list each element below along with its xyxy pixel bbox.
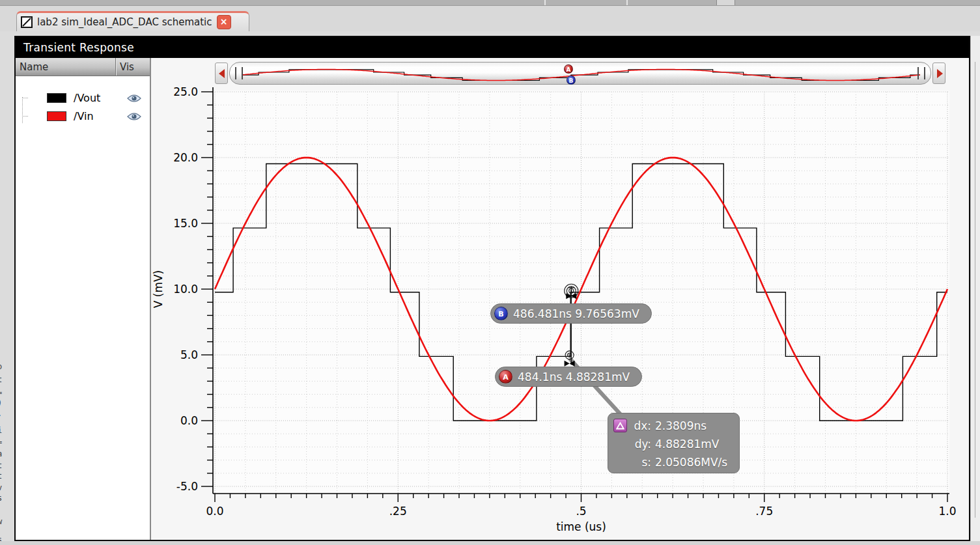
vin-color-swatch — [47, 111, 66, 121]
delta-dy-label: dy: — [632, 435, 651, 453]
signal-name: /Vout — [74, 92, 100, 104]
overview-waveform — [230, 63, 931, 84]
marker-b-value: 486.481ns 9.76563mV — [513, 307, 639, 320]
delta-dy-row: dy: 4.88281mV — [632, 435, 733, 453]
background-text-fragment: v — [0, 483, 2, 492]
background-text-fragment: o — [0, 362, 2, 371]
delta-slope-row: s: 2.05086MV/s — [632, 453, 733, 471]
vis-column-header: Vis — [116, 61, 150, 73]
signal-name: /Vin — [74, 110, 94, 122]
signal-panel: Name Vis /Vout — [16, 58, 151, 540]
overview-scroll-left-button[interactable] — [215, 63, 228, 84]
overview-scrollbar[interactable] — [229, 62, 931, 85]
window-content: Name Vis /Vout — [16, 58, 969, 540]
signal-row-vin[interactable]: /Vin — [16, 110, 150, 122]
delta-icon — [613, 419, 627, 432]
tree-stub — [22, 98, 28, 98]
plot-canvas[interactable]: 25.020.015.010.05.00.0-5.00.0.25.5.751.0… — [151, 58, 969, 540]
background-text-fragment: t — [0, 375, 2, 384]
toolbar-separator — [626, 0, 628, 5]
svg-text:15.0: 15.0 — [173, 217, 198, 230]
background-text-fragment: t — [0, 461, 2, 470]
marker-a-value: 484.1ns 4.88281mV — [518, 370, 630, 384]
delta-slope-value: 2.05086MV/s — [655, 453, 727, 471]
toolbar-tab-edge — [716, 0, 735, 5]
toolbar-separator — [544, 0, 546, 5]
delta-dx-label: dx: — [632, 417, 651, 435]
tab-close-button[interactable]: × — [217, 15, 231, 29]
svg-text:.25: .25 — [389, 505, 407, 518]
background-text-fragment: s — [0, 494, 2, 503]
svg-text:0.0: 0.0 — [206, 505, 223, 518]
svg-text:.75: .75 — [755, 505, 773, 518]
svg-text:time (us): time (us) — [556, 520, 606, 533]
delta-dy-value: 4.88281mV — [655, 435, 720, 453]
background-text-fragment: = — [0, 388, 2, 397]
svg-text:0.0: 0.0 — [180, 414, 198, 427]
vout-color-swatch — [47, 93, 66, 103]
tab-label: lab2 sim_Ideal_ADC_DAC schematic — [37, 16, 212, 28]
overview-handle-left[interactable] — [235, 67, 243, 79]
svg-text:20.0: 20.0 — [173, 151, 198, 164]
background-window-text: ot=).i=attvsws — [0, 352, 7, 545]
signal-row-vout[interactable]: /Vout — [16, 92, 150, 104]
background-text-fragment: a — [0, 449, 2, 458]
delta-tooltip[interactable]: dx: 2.3809ns dy: 4.88281mV s: 2.05086MV/… — [608, 413, 740, 473]
visibility-eye-icon[interactable] — [127, 111, 141, 120]
background-text-fragment: = — [0, 438, 2, 447]
visibility-eye-icon[interactable] — [127, 93, 141, 102]
background-text-fragment: i — [0, 426, 2, 435]
svg-text:V (mV): V (mV) — [152, 270, 165, 309]
screen: lab2 sim_Ideal_ADC_DAC schematic × Trans… — [0, 0, 980, 545]
overview-handle-right[interactable] — [917, 67, 925, 79]
svg-text:10.0: 10.0 — [173, 283, 198, 296]
marker-a-badge[interactable]: A — [564, 64, 573, 74]
overview-scroll-right-button[interactable] — [932, 63, 945, 84]
svg-text:5.0: 5.0 — [180, 348, 198, 361]
marker-b-badge[interactable]: B — [567, 76, 576, 85]
name-column-header: Name — [16, 61, 115, 73]
delta-dx-value: 2.3809ns — [655, 417, 707, 435]
signal-panel-header: Name Vis — [16, 58, 150, 76]
left-arrow-icon — [219, 69, 225, 78]
tab-sim-ideal-adc-dac[interactable]: lab2 sim_Ideal_ADC_DAC schematic × — [16, 11, 249, 31]
marker-a-icon: A — [499, 370, 512, 384]
delta-slope-label: s: — [632, 453, 651, 471]
background-window-bottom — [0, 541, 980, 545]
tree-stub — [22, 116, 28, 117]
window-title: Transient Response — [16, 37, 969, 58]
background-window-edge — [970, 36, 980, 541]
waveform-window: Transient Response Name Vis /Vout — [14, 36, 970, 541]
svg-text:-5.0: -5.0 — [176, 480, 198, 493]
toolbar-strip — [0, 0, 980, 6]
tab-bar: lab2 sim_Ideal_ADC_DAC schematic × — [0, 6, 980, 31]
marker-b-icon: B — [494, 307, 508, 320]
background-text-fragment: ) — [0, 398, 2, 408]
svg-text:1.0: 1.0 — [938, 505, 956, 518]
right-arrow-icon — [937, 69, 943, 78]
background-text-fragment: t — [0, 471, 2, 481]
background-text-fragment: . — [0, 409, 2, 418]
waveform-diagonal-icon — [21, 16, 33, 28]
svg-text:25.0: 25.0 — [173, 85, 198, 98]
marker-b-tooltip[interactable]: B 486.481ns 9.76563mV — [490, 303, 652, 324]
background-text-fragment: w — [0, 517, 2, 526]
delta-dx-row: dx: 2.3809ns — [632, 417, 733, 435]
waveform-plot[interactable]: 25.020.015.010.05.00.0-5.00.0.25.5.751.0… — [151, 58, 969, 540]
marker-a-tooltip[interactable]: A 484.1ns 4.88281mV — [495, 367, 642, 387]
svg-text:.5: .5 — [576, 505, 586, 518]
